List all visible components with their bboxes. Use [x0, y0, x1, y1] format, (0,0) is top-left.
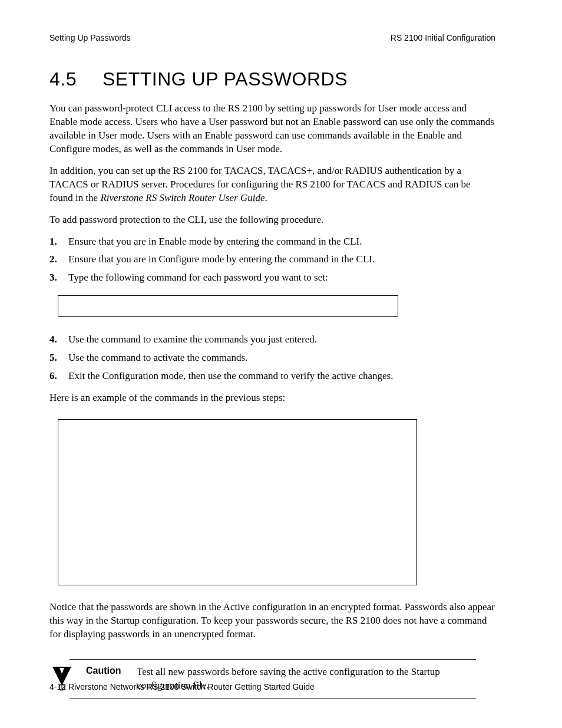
section-heading: SETTING UP PASSWORDS: [103, 68, 348, 90]
section-number: 4.5: [49, 68, 103, 90]
page: Setting Up Passwords RS 2100 Initial Con…: [0, 0, 562, 728]
step-1: 1.Ensure that you are in Enable mode by …: [49, 235, 495, 249]
step-text: Ensure that you are in Configure mode by…: [68, 253, 495, 266]
step-number: 2.: [49, 253, 68, 266]
running-header: Setting Up Passwords RS 2100 Initial Con…: [49, 33, 495, 42]
step-text: Exit the Configuration mode, then use th…: [68, 370, 495, 383]
step-number: 1.: [49, 235, 68, 249]
caution-rule-top: [70, 659, 476, 660]
step-3: 3.Type the following command for each pa…: [49, 271, 495, 285]
section-title: 4.5SETTING UP PASSWORDS: [49, 68, 495, 90]
guide-title-italic: Riverstone RS Switch Router User Guide: [100, 192, 265, 203]
step-text: Use the command to examine the commands …: [68, 333, 495, 347]
caution-rule-bottom: [70, 699, 476, 699]
caution-label: Caution: [86, 666, 124, 676]
paragraph-2: In addition, you can set up the RS 2100 …: [49, 164, 495, 205]
step-2: 2.Ensure that you are in Configure mode …: [49, 253, 495, 266]
header-right: RS 2100 Initial Configuration: [391, 33, 495, 42]
step-text: Use the command to activate the commands…: [68, 351, 495, 365]
step-text: Type the following command for each pass…: [68, 271, 495, 285]
page-footer: 4-12 Riverstone Networks RS 2100 Switch …: [49, 682, 315, 691]
step-number: 3.: [49, 271, 68, 285]
code-box-large: [58, 419, 417, 585]
paragraph-3: To add password protection to the CLI, u…: [49, 213, 495, 227]
step-5: 5.Use the command to activate the comman…: [49, 351, 495, 365]
step-text: Ensure that you are in Enable mode by en…: [68, 235, 495, 249]
paragraph-4: Here is an example of the commands in th…: [49, 391, 495, 405]
step-6: 6.Exit the Configuration mode, then use …: [49, 370, 495, 383]
header-left: Setting Up Passwords: [49, 33, 131, 42]
step-number: 5.: [49, 351, 68, 365]
paragraph-1: You can password-protect CLI access to t…: [49, 102, 495, 156]
steps-list-b: 4.Use the command to examine the command…: [49, 333, 495, 383]
steps-list-a: 1.Ensure that you are in Enable mode by …: [49, 235, 495, 285]
code-box-small: [58, 295, 398, 317]
step-4: 4.Use the command to examine the command…: [49, 333, 495, 347]
step-number: 4.: [49, 333, 68, 347]
step-number: 6.: [49, 370, 68, 383]
paragraph-2c: .: [265, 192, 267, 203]
paragraph-5: Notice that the passwords are shown in t…: [49, 601, 495, 641]
caution-block: Caution Test all new passwords before sa…: [49, 659, 495, 699]
